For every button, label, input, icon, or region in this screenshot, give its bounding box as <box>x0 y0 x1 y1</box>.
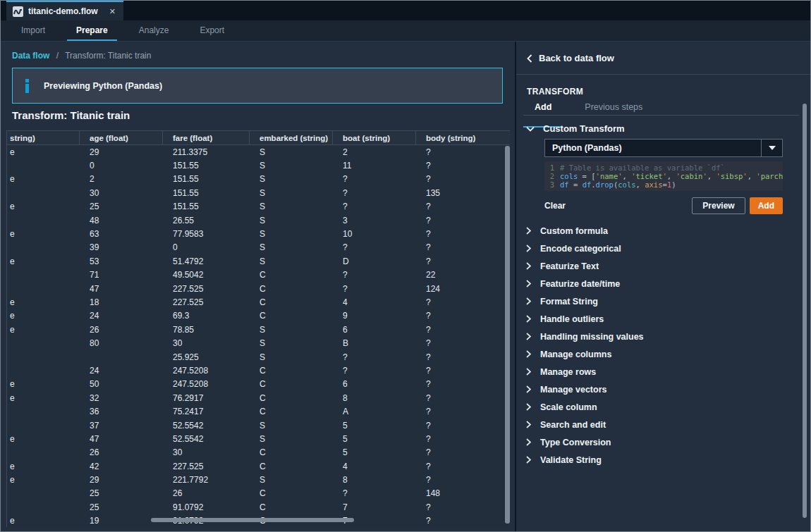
table-cell: 42 <box>80 459 163 473</box>
table-row[interactable]: 390S?? <box>7 241 510 254</box>
transform-group-manage-rows[interactable]: Manage rows <box>516 363 799 381</box>
table-row[interactable]: 7149.5042C?22 <box>7 268 510 282</box>
transform-group-handle-outliers[interactable]: Handle outliers <box>516 310 799 328</box>
back-to-data-flow-link[interactable]: Back to data flow <box>527 53 614 63</box>
table-cell: ? <box>416 500 510 514</box>
transform-tab-previous-steps[interactable]: Previous steps <box>573 102 654 115</box>
breadcrumb-data-flow-link[interactable]: Data flow <box>12 51 49 61</box>
transform-group-validate-string[interactable]: Validate String <box>516 451 799 469</box>
table-cell: 52.5542 <box>163 419 250 432</box>
table-cell: ? <box>416 173 510 186</box>
transform-group-type-conversion[interactable]: Type Conversion <box>516 433 799 451</box>
table-cell: 6 <box>333 378 416 391</box>
table-row[interactable]: e2151.55S?? <box>7 173 510 186</box>
nav-tab-analyze[interactable]: Analyze <box>130 20 178 41</box>
preview-button[interactable]: Preview <box>692 197 745 214</box>
clear-button[interactable]: Clear <box>544 201 566 211</box>
table-cell: 10 <box>333 227 416 240</box>
nav-tab-export[interactable]: Export <box>190 20 233 41</box>
column-header[interactable]: body (string) <box>416 131 510 144</box>
transform-group-custom-formula[interactable]: Custom formula <box>516 222 799 240</box>
table-cell: e <box>7 514 80 527</box>
nav-tab-import[interactable]: Import <box>12 20 54 41</box>
table-cell: e <box>7 145 80 159</box>
transform-group-format-string[interactable]: Format String <box>516 292 799 310</box>
column-header-label: fare (float) <box>173 134 212 142</box>
table-row[interactable]: e5351.4792SD? <box>7 254 510 268</box>
table-vertical-scrollbar[interactable] <box>505 146 510 524</box>
table-cell: 48 <box>80 214 163 227</box>
table-row[interactable]: e6377.9583S10? <box>7 227 510 240</box>
column-header[interactable]: boat (string) <box>333 131 416 144</box>
table-row[interactable]: e50247.5208C6? <box>7 378 510 391</box>
table-cell: 53 <box>80 254 163 268</box>
transform-group-manage-columns[interactable]: Manage columns <box>516 345 799 363</box>
table-cell: e <box>7 391 80 404</box>
table-cell: 37 <box>80 419 163 432</box>
nav-tab-prepare[interactable]: Prepare <box>67 20 117 41</box>
table-cell: e <box>7 227 80 240</box>
code-line-number: 2 <box>544 172 560 180</box>
table-row[interactable]: 47227.525C?124 <box>7 282 510 295</box>
table-cell: 148 <box>416 487 510 500</box>
table-row[interactable]: 25.925S?? <box>7 350 510 364</box>
transform-group-featurize-date-time[interactable]: Featurize date/time <box>516 275 799 292</box>
table-cell: e <box>7 432 80 445</box>
file-tab-titanic-demo-flow[interactable]: titanic-demo.flow ✕ <box>6 1 123 20</box>
table-row[interactable]: 2526C?148 <box>7 487 510 500</box>
table-row[interactable]: e2469.3C9? <box>7 309 510 323</box>
transform-group-handling-missing-values[interactable]: Handling missing values <box>516 328 799 345</box>
add-button[interactable]: Add <box>750 197 783 214</box>
table-row[interactable]: e29211.3375S2? <box>7 145 510 159</box>
transform-group-scale-column[interactable]: Scale column <box>516 398 799 416</box>
table-row[interactable]: e18227.525C4? <box>7 295 510 309</box>
table-cell: C <box>250 268 333 282</box>
table-row[interactable]: 4826.55S3? <box>7 214 510 227</box>
table-cell: 26 <box>163 487 250 500</box>
transform-group-featurize-text[interactable]: Featurize Text <box>516 257 799 275</box>
transform-group-label: Validate String <box>540 455 602 465</box>
table-row[interactable]: 30151.55S?135 <box>7 186 510 199</box>
table-cell: ? <box>416 446 510 459</box>
custom-transform-header[interactable]: Custom Transform <box>526 123 625 134</box>
transform-group-manage-vectors[interactable]: Manage vectors <box>516 381 799 398</box>
table-row[interactable]: e42227.525C4? <box>7 459 510 473</box>
code-editor[interactable]: 1 # Table is available as variable `df` … <box>544 161 783 191</box>
table-cell: S <box>250 200 333 214</box>
column-header[interactable]: fare (float) <box>163 131 250 144</box>
language-select[interactable]: Python (Pandas) <box>544 139 783 157</box>
table-cell: 11 <box>333 159 416 172</box>
table-cell: 22 <box>416 268 510 282</box>
table-row[interactable]: e25151.55S?? <box>7 200 510 214</box>
table-cell: ? <box>416 254 510 268</box>
table-row[interactable]: 2630C5? <box>7 446 510 459</box>
transform-group-label: Search and edit <box>540 420 606 430</box>
table-horizontal-scrollbar[interactable] <box>151 518 354 522</box>
close-tab-icon[interactable]: ✕ <box>108 7 117 16</box>
table-cell: 26.55 <box>163 214 250 227</box>
transform-group-encode-categorical[interactable]: Encode categorical <box>516 240 799 257</box>
table-cell: 227.525 <box>163 282 250 295</box>
transform-tab-add[interactable]: Add <box>523 102 563 115</box>
table-row[interactable]: e4752.5542S5? <box>7 432 510 445</box>
chevron-right-icon <box>526 421 531 428</box>
table-row[interactable]: 3675.2417CA? <box>7 404 510 418</box>
nav-tab-label: Export <box>200 25 224 35</box>
table-row[interactable]: e2678.85S6? <box>7 323 510 336</box>
table-cell: 247.5208 <box>163 364 250 377</box>
table-row[interactable]: 2591.0792C7? <box>7 500 510 514</box>
column-header[interactable]: embarked (string) <box>250 131 333 144</box>
panel-scrollbar[interactable] <box>803 104 807 518</box>
table-row[interactable]: 3752.5542S5? <box>7 419 510 432</box>
table-row[interactable]: 24247.5208C?? <box>7 364 510 377</box>
column-header[interactable]: string) <box>7 131 80 144</box>
table-row[interactable]: 0151.55S11? <box>7 159 510 172</box>
table-cell: 91.0792 <box>163 500 250 514</box>
table-row[interactable]: 8030SB? <box>7 336 510 349</box>
transform-group-search-and-edit[interactable]: Search and edit <box>516 416 799 433</box>
table-row[interactable]: e29221.7792S8? <box>7 473 510 486</box>
language-select-arrow[interactable] <box>761 140 782 156</box>
table-cell: C <box>250 309 333 323</box>
column-header[interactable]: age (float) <box>80 131 163 144</box>
table-row[interactable]: e3276.2917C8? <box>7 391 510 404</box>
